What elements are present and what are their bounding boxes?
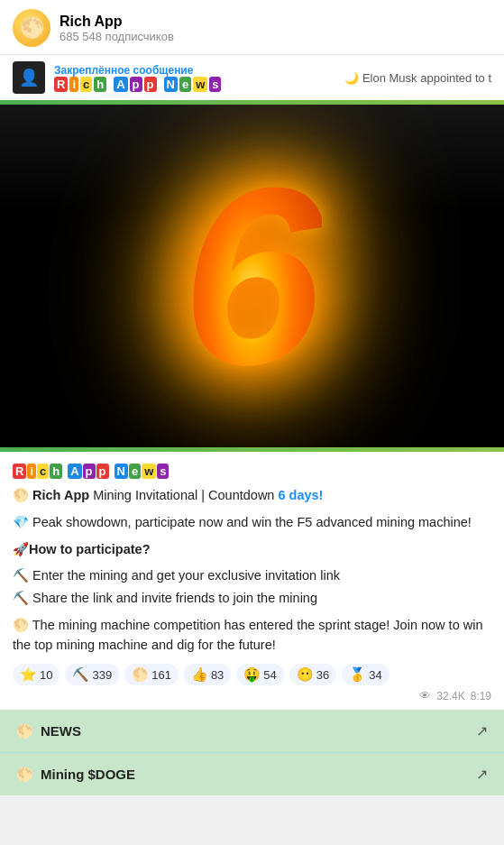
message-line1: 🌕 Rich App Mining Invitational | Countdo…	[13, 486, 491, 506]
nav-button[interactable]: 🌕 Mining $DOGE ↗	[0, 753, 504, 795]
fire-number-display: 6	[182, 150, 323, 402]
pinned-label: Закреплённое сообщение	[54, 64, 221, 77]
badge-A: A	[114, 77, 127, 92]
channel-avatar: 🌕	[13, 9, 50, 47]
nav-button[interactable]: 🌕 NEWS ↗	[0, 710, 504, 753]
line1-emoji: 🌕	[13, 488, 32, 502]
reaction-emoji: ⭐	[20, 666, 37, 683]
reaction-count: 54	[263, 668, 276, 682]
nav-arrow-icon: ↗	[476, 722, 488, 739]
reaction-emoji: 😶	[297, 666, 314, 683]
line2-content: 💎 Peak showdown, participate now and win…	[13, 515, 472, 529]
reaction-pill[interactable]: ⭐10	[13, 664, 60, 685]
nb-p1: p	[83, 464, 96, 479]
channel-header: 🌕 Rich App 685 548 подписчиков	[0, 0, 504, 54]
reaction-count: 83	[211, 668, 224, 682]
badge-c: c	[80, 77, 92, 92]
badge-R: R	[54, 77, 68, 92]
message-footer: 👁 32.4K 8:19	[13, 689, 491, 703]
nb-N: N	[115, 464, 128, 479]
reaction-emoji: 🤑	[243, 666, 261, 683]
view-count: 32.4K	[436, 690, 464, 703]
nb-w: w	[142, 464, 156, 479]
reaction-pill[interactable]: 🌕161	[124, 664, 179, 685]
reaction-pill[interactable]: 😶36	[289, 664, 336, 685]
nb-h: h	[50, 464, 62, 479]
line3-bold: How to participate?	[29, 542, 151, 556]
message-line5: ⛏️ Share the link and invite friends to …	[13, 589, 491, 609]
message-line4: ⛏️ Enter the mining and get your exclusi…	[13, 566, 491, 586]
nav-button-text: Mining $DOGE	[41, 767, 135, 782]
pinned-message-bar[interactable]: 👤 Закреплённое сообщение RichAppNews 🌙 E…	[0, 54, 504, 100]
badge-s: s	[209, 77, 221, 92]
nav-button-text: NEWS	[41, 723, 81, 739]
nb-R: R	[13, 464, 26, 479]
reaction-count: 10	[40, 668, 52, 682]
reaction-pill[interactable]: 🤑54	[236, 664, 283, 685]
header-info: Rich App 685 548 подписчиков	[60, 14, 174, 43]
nav-arrow-icon: ↗	[476, 766, 488, 783]
line5-content: ⛏️ Share the link and invite friends to …	[13, 591, 317, 605]
badge-e: e	[179, 77, 191, 92]
badge-p1: p	[130, 77, 142, 92]
subscriber-count: 685 548 подписчиков	[60, 30, 174, 43]
reaction-pill[interactable]: 🥇34	[342, 664, 389, 685]
hero-image: 6	[0, 105, 504, 447]
line1-highlight: 6 days!	[278, 488, 323, 502]
reaction-count: 34	[369, 668, 381, 682]
line1-brand: Rich App	[32, 488, 89, 502]
avatar-emoji: 🌕	[20, 16, 44, 40]
message-line6: 🌕 The mining machine competition has ent…	[13, 616, 491, 656]
nb-e: e	[129, 464, 141, 479]
news-badge: RichAppNews	[13, 464, 169, 479]
message-body: 🌕 Rich App Mining Invitational | Countdo…	[13, 486, 491, 655]
badge-w: w	[193, 77, 207, 92]
nav-button-label: 🌕 Mining $DOGE	[16, 767, 135, 783]
pinned-content: Закреплённое сообщение RichAppNews	[54, 64, 221, 92]
reaction-pill[interactable]: 👍83	[184, 664, 231, 685]
nav-button-label: 🌕 NEWS	[16, 723, 81, 739]
reaction-emoji: 🥇	[349, 666, 366, 683]
rich-app-news-badge: RichAppNews	[54, 77, 221, 92]
reaction-count: 36	[316, 668, 329, 682]
line3-emoji: 🚀	[13, 542, 29, 556]
nav-button-emoji: 🌕	[16, 767, 33, 783]
reaction-emoji: 🌕	[132, 666, 149, 683]
badge-i: i	[69, 77, 78, 92]
line6-emoji: 🌕	[13, 618, 29, 632]
message-line3: 🚀How to participate?	[13, 540, 491, 560]
reactions-row: ⭐10⛏️339🌕161👍83🤑54😶36🥇34	[13, 664, 491, 685]
nb-A: A	[68, 464, 81, 479]
views-icon: 👁	[419, 689, 431, 703]
bottom-navigation: 🌕 NEWS ↗ 🌕 Mining $DOGE ↗	[0, 710, 504, 795]
badge-N: N	[164, 77, 178, 92]
nb-i: i	[27, 464, 36, 479]
pinned-thumbnail: 👤	[13, 61, 45, 94]
reaction-emoji: 👍	[191, 666, 208, 683]
nb-c: c	[37, 464, 49, 479]
reaction-count: 339	[92, 668, 112, 682]
badge-p2: p	[144, 77, 157, 92]
channel-title: Rich App	[60, 14, 174, 30]
reaction-count: 161	[151, 668, 171, 682]
nav-button-emoji: 🌕	[16, 723, 33, 739]
line1-text: Mining Invitational | Countdown	[89, 488, 278, 502]
pinned-preview-text: 🌙 Elon Musk appointed to t	[344, 71, 491, 85]
message-time: 8:19	[471, 690, 491, 703]
badge-h: h	[94, 77, 106, 92]
line4-content: ⛏️ Enter the mining and get your exclusi…	[13, 568, 340, 583]
reaction-emoji: ⛏️	[72, 666, 89, 683]
reaction-pill[interactable]: ⛏️339	[65, 664, 119, 685]
message-card: RichAppNews 🌕 Rich App Mining Invitation…	[0, 452, 504, 710]
nb-s: s	[157, 464, 169, 479]
message-line2: 💎 Peak showdown, participate now and win…	[13, 513, 491, 533]
nb-p2: p	[96, 464, 109, 479]
